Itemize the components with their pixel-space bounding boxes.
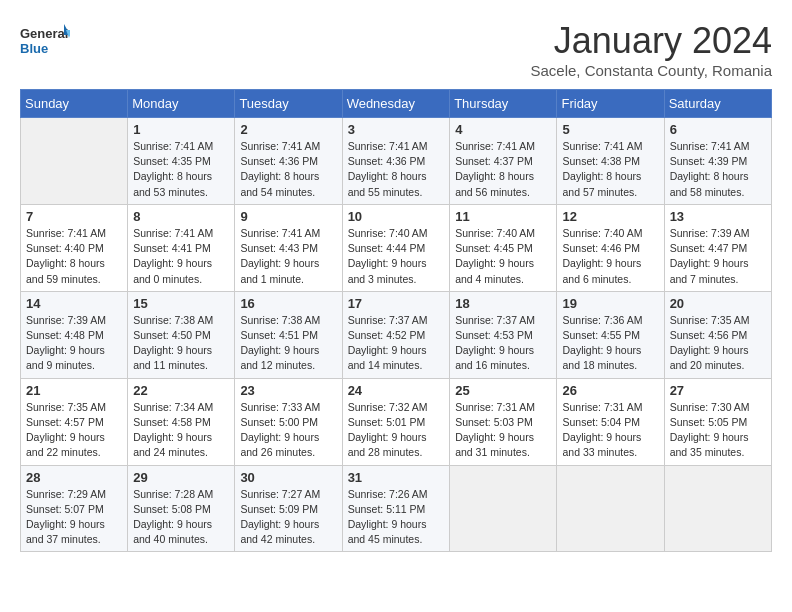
weekday-header-tuesday: Tuesday (235, 90, 342, 118)
svg-text:General: General (20, 26, 68, 41)
calendar-cell: 23Sunrise: 7:33 AM Sunset: 5:00 PM Dayli… (235, 378, 342, 465)
day-number: 5 (562, 122, 658, 137)
day-info: Sunrise: 7:27 AM Sunset: 5:09 PM Dayligh… (240, 487, 336, 548)
day-info: Sunrise: 7:41 AM Sunset: 4:36 PM Dayligh… (348, 139, 445, 200)
day-info: Sunrise: 7:39 AM Sunset: 4:47 PM Dayligh… (670, 226, 766, 287)
logo: General Blue (20, 20, 70, 64)
calendar-cell: 11Sunrise: 7:40 AM Sunset: 4:45 PM Dayli… (450, 204, 557, 291)
day-info: Sunrise: 7:40 AM Sunset: 4:46 PM Dayligh… (562, 226, 658, 287)
day-info: Sunrise: 7:33 AM Sunset: 5:00 PM Dayligh… (240, 400, 336, 461)
day-number: 6 (670, 122, 766, 137)
day-number: 13 (670, 209, 766, 224)
calendar-cell (664, 465, 771, 552)
calendar-cell: 24Sunrise: 7:32 AM Sunset: 5:01 PM Dayli… (342, 378, 450, 465)
calendar-cell: 27Sunrise: 7:30 AM Sunset: 5:05 PM Dayli… (664, 378, 771, 465)
calendar-cell: 21Sunrise: 7:35 AM Sunset: 4:57 PM Dayli… (21, 378, 128, 465)
calendar-cell: 10Sunrise: 7:40 AM Sunset: 4:44 PM Dayli… (342, 204, 450, 291)
day-number: 3 (348, 122, 445, 137)
day-number: 12 (562, 209, 658, 224)
calendar-cell: 5Sunrise: 7:41 AM Sunset: 4:38 PM Daylig… (557, 118, 664, 205)
calendar-cell (21, 118, 128, 205)
day-number: 24 (348, 383, 445, 398)
calendar-cell: 26Sunrise: 7:31 AM Sunset: 5:04 PM Dayli… (557, 378, 664, 465)
day-number: 11 (455, 209, 551, 224)
calendar-cell: 2Sunrise: 7:41 AM Sunset: 4:36 PM Daylig… (235, 118, 342, 205)
calendar-cell: 4Sunrise: 7:41 AM Sunset: 4:37 PM Daylig… (450, 118, 557, 205)
calendar-cell: 25Sunrise: 7:31 AM Sunset: 5:03 PM Dayli… (450, 378, 557, 465)
calendar-cell: 7Sunrise: 7:41 AM Sunset: 4:40 PM Daylig… (21, 204, 128, 291)
day-info: Sunrise: 7:32 AM Sunset: 5:01 PM Dayligh… (348, 400, 445, 461)
calendar-cell: 31Sunrise: 7:26 AM Sunset: 5:11 PM Dayli… (342, 465, 450, 552)
header: General Blue January 2024 Sacele, Consta… (20, 20, 772, 79)
calendar-cell: 19Sunrise: 7:36 AM Sunset: 4:55 PM Dayli… (557, 291, 664, 378)
day-info: Sunrise: 7:35 AM Sunset: 4:57 PM Dayligh… (26, 400, 122, 461)
calendar-cell: 20Sunrise: 7:35 AM Sunset: 4:56 PM Dayli… (664, 291, 771, 378)
day-info: Sunrise: 7:38 AM Sunset: 4:50 PM Dayligh… (133, 313, 229, 374)
day-info: Sunrise: 7:28 AM Sunset: 5:08 PM Dayligh… (133, 487, 229, 548)
calendar-table: SundayMondayTuesdayWednesdayThursdayFrid… (20, 89, 772, 552)
week-row-4: 21Sunrise: 7:35 AM Sunset: 4:57 PM Dayli… (21, 378, 772, 465)
day-info: Sunrise: 7:41 AM Sunset: 4:40 PM Dayligh… (26, 226, 122, 287)
weekday-header-saturday: Saturday (664, 90, 771, 118)
day-number: 18 (455, 296, 551, 311)
calendar-cell: 15Sunrise: 7:38 AM Sunset: 4:50 PM Dayli… (128, 291, 235, 378)
day-info: Sunrise: 7:40 AM Sunset: 4:44 PM Dayligh… (348, 226, 445, 287)
day-number: 2 (240, 122, 336, 137)
calendar-cell: 13Sunrise: 7:39 AM Sunset: 4:47 PM Dayli… (664, 204, 771, 291)
weekday-header-friday: Friday (557, 90, 664, 118)
day-info: Sunrise: 7:36 AM Sunset: 4:55 PM Dayligh… (562, 313, 658, 374)
month-title: January 2024 (530, 20, 772, 62)
day-number: 22 (133, 383, 229, 398)
day-number: 17 (348, 296, 445, 311)
day-number: 21 (26, 383, 122, 398)
day-info: Sunrise: 7:29 AM Sunset: 5:07 PM Dayligh… (26, 487, 122, 548)
day-info: Sunrise: 7:37 AM Sunset: 4:52 PM Dayligh… (348, 313, 445, 374)
day-number: 28 (26, 470, 122, 485)
calendar-cell: 22Sunrise: 7:34 AM Sunset: 4:58 PM Dayli… (128, 378, 235, 465)
day-info: Sunrise: 7:31 AM Sunset: 5:04 PM Dayligh… (562, 400, 658, 461)
weekday-header-sunday: Sunday (21, 90, 128, 118)
day-number: 19 (562, 296, 658, 311)
week-row-3: 14Sunrise: 7:39 AM Sunset: 4:48 PM Dayli… (21, 291, 772, 378)
day-number: 30 (240, 470, 336, 485)
day-info: Sunrise: 7:41 AM Sunset: 4:38 PM Dayligh… (562, 139, 658, 200)
calendar-cell: 6Sunrise: 7:41 AM Sunset: 4:39 PM Daylig… (664, 118, 771, 205)
day-info: Sunrise: 7:26 AM Sunset: 5:11 PM Dayligh… (348, 487, 445, 548)
day-number: 1 (133, 122, 229, 137)
weekday-header-monday: Monday (128, 90, 235, 118)
day-number: 16 (240, 296, 336, 311)
calendar-cell: 29Sunrise: 7:28 AM Sunset: 5:08 PM Dayli… (128, 465, 235, 552)
day-number: 26 (562, 383, 658, 398)
day-number: 15 (133, 296, 229, 311)
title-area: January 2024 Sacele, Constanta County, R… (530, 20, 772, 79)
calendar-cell: 3Sunrise: 7:41 AM Sunset: 4:36 PM Daylig… (342, 118, 450, 205)
day-info: Sunrise: 7:41 AM Sunset: 4:39 PM Dayligh… (670, 139, 766, 200)
day-number: 23 (240, 383, 336, 398)
week-row-5: 28Sunrise: 7:29 AM Sunset: 5:07 PM Dayli… (21, 465, 772, 552)
day-info: Sunrise: 7:37 AM Sunset: 4:53 PM Dayligh… (455, 313, 551, 374)
day-number: 25 (455, 383, 551, 398)
calendar-cell: 28Sunrise: 7:29 AM Sunset: 5:07 PM Dayli… (21, 465, 128, 552)
logo-icon: General Blue (20, 20, 70, 64)
day-info: Sunrise: 7:39 AM Sunset: 4:48 PM Dayligh… (26, 313, 122, 374)
location-title: Sacele, Constanta County, Romania (530, 62, 772, 79)
day-info: Sunrise: 7:31 AM Sunset: 5:03 PM Dayligh… (455, 400, 551, 461)
calendar-cell: 14Sunrise: 7:39 AM Sunset: 4:48 PM Dayli… (21, 291, 128, 378)
week-row-2: 7Sunrise: 7:41 AM Sunset: 4:40 PM Daylig… (21, 204, 772, 291)
day-number: 27 (670, 383, 766, 398)
calendar-cell (450, 465, 557, 552)
calendar-cell: 8Sunrise: 7:41 AM Sunset: 4:41 PM Daylig… (128, 204, 235, 291)
day-info: Sunrise: 7:41 AM Sunset: 4:37 PM Dayligh… (455, 139, 551, 200)
calendar-cell: 9Sunrise: 7:41 AM Sunset: 4:43 PM Daylig… (235, 204, 342, 291)
day-number: 8 (133, 209, 229, 224)
day-info: Sunrise: 7:38 AM Sunset: 4:51 PM Dayligh… (240, 313, 336, 374)
calendar-cell: 17Sunrise: 7:37 AM Sunset: 4:52 PM Dayli… (342, 291, 450, 378)
day-info: Sunrise: 7:34 AM Sunset: 4:58 PM Dayligh… (133, 400, 229, 461)
weekday-header-row: SundayMondayTuesdayWednesdayThursdayFrid… (21, 90, 772, 118)
calendar-cell (557, 465, 664, 552)
calendar-cell: 12Sunrise: 7:40 AM Sunset: 4:46 PM Dayli… (557, 204, 664, 291)
calendar-cell: 1Sunrise: 7:41 AM Sunset: 4:35 PM Daylig… (128, 118, 235, 205)
day-info: Sunrise: 7:40 AM Sunset: 4:45 PM Dayligh… (455, 226, 551, 287)
calendar-cell: 18Sunrise: 7:37 AM Sunset: 4:53 PM Dayli… (450, 291, 557, 378)
day-number: 7 (26, 209, 122, 224)
